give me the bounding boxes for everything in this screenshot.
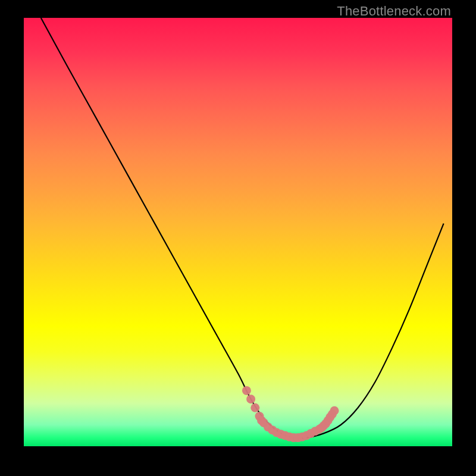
svg-point-0 [242, 386, 251, 395]
chart-container: TheBottleneck.com [0, 0, 476, 476]
watermark-text: TheBottleneck.com [337, 4, 451, 19]
svg-point-1 [246, 394, 255, 403]
svg-point-2 [250, 403, 259, 412]
svg-point-25 [330, 406, 339, 415]
plot-area [24, 18, 452, 446]
optimal-zone-scatter [24, 18, 452, 446]
